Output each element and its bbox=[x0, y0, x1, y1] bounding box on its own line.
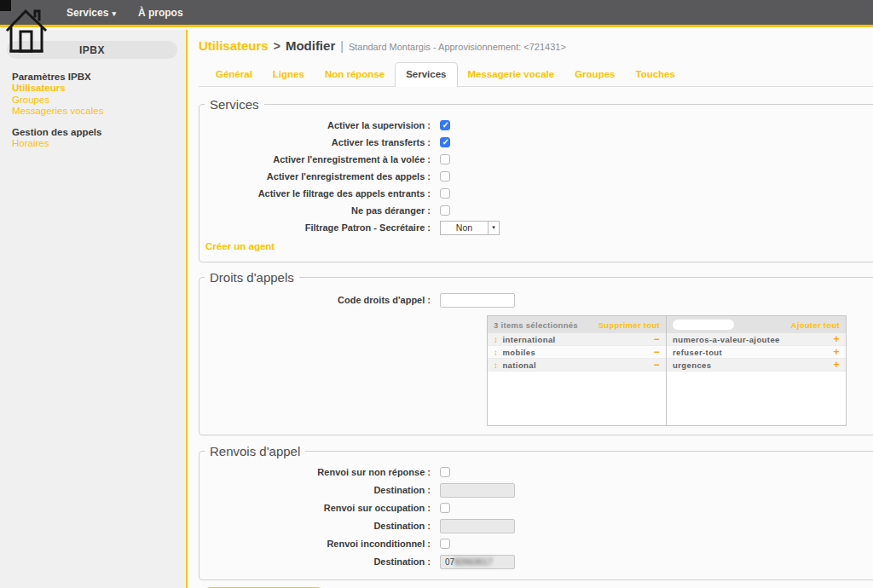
label-code-droits: Code droits d'appel : bbox=[199, 295, 431, 305]
available-item-refuser-tout[interactable]: refuser-tout + bbox=[667, 346, 846, 359]
nav-services-label: Services bbox=[66, 7, 108, 19]
call-rights-picker: 3 items sélectionnés Supprimer tout ↕ in… bbox=[487, 315, 847, 426]
label-destination-inconditionnel: Destination : bbox=[199, 556, 431, 567]
caret-down-icon: ▾ bbox=[112, 9, 116, 18]
filtrage-patron-value: Non bbox=[441, 222, 488, 234]
breadcrumb-divider: | bbox=[340, 39, 344, 53]
tab-touches[interactable]: Touches bbox=[625, 63, 685, 86]
label-supervision: Activer la supervision : bbox=[199, 120, 431, 130]
tab-services[interactable]: Services bbox=[395, 62, 457, 87]
move-icon[interactable]: ↕ bbox=[494, 348, 498, 357]
destination-non-reponse-input[interactable] bbox=[440, 483, 515, 498]
label-renvoi-non-reponse: Renvoi sur non réponse : bbox=[199, 467, 431, 477]
renvoi-inconditionnel-checkbox[interactable] bbox=[440, 539, 450, 549]
add-icon[interactable]: + bbox=[834, 333, 840, 345]
sidebar-item-groupes[interactable]: Groupes bbox=[12, 95, 186, 107]
label-transferts: Activer les transferts : bbox=[199, 137, 431, 147]
filtrage-entrants-checkbox[interactable] bbox=[440, 188, 450, 199]
transferts-checkbox[interactable] bbox=[440, 137, 450, 147]
move-icon[interactable]: ↕ bbox=[494, 360, 498, 370]
droits-appels-fieldset: Droits d'appels Code droits d'appel : 3 … bbox=[199, 270, 873, 435]
breadcrumb-subtitle: Standard Montargis - Approvisionnement: … bbox=[349, 42, 566, 52]
chevron-down-icon: ▾ bbox=[488, 222, 499, 234]
tab-groupes[interactable]: Groupes bbox=[564, 63, 625, 86]
home-icon[interactable] bbox=[6, 5, 49, 58]
available-rights-panel: Ajouter tout numeros-a-valeur-ajoutee + … bbox=[667, 316, 846, 425]
available-item-urgences[interactable]: urgences + bbox=[667, 359, 846, 372]
label-renvoi-occupation: Renvoi sur occupation : bbox=[199, 503, 431, 513]
available-item-numeros-valeur-ajoutee[interactable]: numeros-a-valeur-ajoutee + bbox=[667, 333, 846, 346]
destination-occupation-input[interactable] bbox=[440, 519, 515, 533]
remove-icon[interactable]: − bbox=[654, 333, 660, 345]
code-droits-input[interactable] bbox=[440, 293, 515, 308]
tab-general[interactable]: Général bbox=[205, 63, 263, 86]
create-agent-link[interactable]: Créer un agent bbox=[205, 241, 275, 251]
renvoi-occupation-checkbox[interactable] bbox=[440, 503, 450, 513]
nav-about[interactable]: À propos bbox=[138, 7, 183, 19]
enregistrement-volee-checkbox[interactable] bbox=[440, 154, 450, 164]
add-icon[interactable]: + bbox=[834, 346, 840, 358]
destination-number-redacted: 82663617 bbox=[454, 557, 493, 567]
renvoi-non-reponse-checkbox[interactable] bbox=[440, 467, 450, 477]
tab-non-reponse[interactable]: Non réponse bbox=[315, 63, 395, 86]
enregistrement-appels-checkbox[interactable] bbox=[440, 171, 450, 182]
nav-about-label: À propos bbox=[138, 7, 183, 19]
page-title: Modifier bbox=[286, 38, 335, 53]
sidebar-item-messageries-vocales[interactable]: Messageries vocales bbox=[12, 106, 186, 118]
label-destination-non-reponse: Destination : bbox=[199, 485, 431, 495]
selected-item-international[interactable]: ↕ international − bbox=[488, 333, 666, 346]
supervision-checkbox[interactable] bbox=[440, 120, 450, 130]
tab-lignes[interactable]: Lignes bbox=[263, 63, 315, 86]
droits-appels-legend: Droits d'appels bbox=[205, 270, 299, 285]
renvois-appel-fieldset: Renvois d'appel Renvoi sur non réponse :… bbox=[199, 444, 873, 580]
label-ne-pas-deranger: Ne pas déranger : bbox=[199, 205, 431, 216]
selected-item-mobiles[interactable]: ↕ mobiles − bbox=[488, 346, 666, 359]
selected-item-national[interactable]: ↕ national − bbox=[488, 359, 666, 372]
rights-filter-input[interactable] bbox=[673, 320, 734, 330]
remove-icon[interactable]: − bbox=[654, 359, 660, 371]
tab-messagerie-vocale[interactable]: Messagerie vocale bbox=[458, 63, 565, 86]
services-fieldset: Services Activer la supervision : Active… bbox=[199, 97, 873, 262]
destination-number-prefix: 07 bbox=[445, 557, 454, 567]
top-navbar: Services ▾ À propos bbox=[0, 0, 873, 27]
main-content: Utilisateurs > Modifier | Standard Monta… bbox=[189, 30, 873, 588]
renvois-appel-legend: Renvois d'appel bbox=[205, 444, 305, 458]
sidebar: IPBX Paramètres IPBX Utilisateurs Groupe… bbox=[0, 30, 188, 588]
remove-icon[interactable]: − bbox=[654, 346, 660, 358]
label-enregistrement-volee: Activer l'enregistrement à la volée : bbox=[199, 154, 431, 164]
sidebar-item-utilisateurs[interactable]: Utilisateurs bbox=[12, 83, 186, 95]
breadcrumb: Utilisateurs > Modifier | Standard Monta… bbox=[199, 38, 873, 53]
label-renvoi-inconditionnel: Renvoi inconditionnel : bbox=[199, 539, 431, 549]
label-destination-occupation: Destination : bbox=[199, 521, 431, 531]
nav-services-menu[interactable]: Services ▾ bbox=[66, 7, 116, 19]
destination-inconditionnel-input[interactable]: 0782663617 bbox=[440, 555, 515, 569]
add-icon[interactable]: + bbox=[834, 359, 840, 371]
sidebar-heading-parametres: Paramètres IPBX bbox=[12, 71, 186, 83]
remove-all-link[interactable]: Supprimer tout bbox=[598, 320, 660, 330]
label-filtrage-patron: Filtrage Patron - Secrétaire : bbox=[199, 222, 431, 233]
label-filtrage-entrants: Activer le filtrage des appels entrants … bbox=[199, 188, 431, 199]
breadcrumb-separator: > bbox=[274, 39, 280, 53]
filtrage-patron-select[interactable]: Non ▾ bbox=[440, 221, 500, 235]
selected-rights-panel: 3 items sélectionnés Supprimer tout ↕ in… bbox=[488, 316, 667, 425]
breadcrumb-section-link[interactable]: Utilisateurs bbox=[199, 38, 269, 53]
ne-pas-deranger-checkbox[interactable] bbox=[440, 205, 450, 216]
label-enregistrement-appels: Activer l'enregistrement des appels : bbox=[199, 171, 431, 182]
selected-count: 3 items sélectionnés bbox=[494, 320, 578, 330]
add-all-link[interactable]: Ajouter tout bbox=[791, 320, 840, 330]
tab-bar: Général Lignes Non réponse Services Mess… bbox=[199, 62, 873, 87]
sidebar-heading-gestion-appels: Gestion des appels bbox=[12, 126, 186, 138]
sidebar-item-horaires[interactable]: Horaires bbox=[12, 138, 186, 150]
move-icon[interactable]: ↕ bbox=[494, 335, 498, 344]
services-legend: Services bbox=[205, 97, 264, 112]
